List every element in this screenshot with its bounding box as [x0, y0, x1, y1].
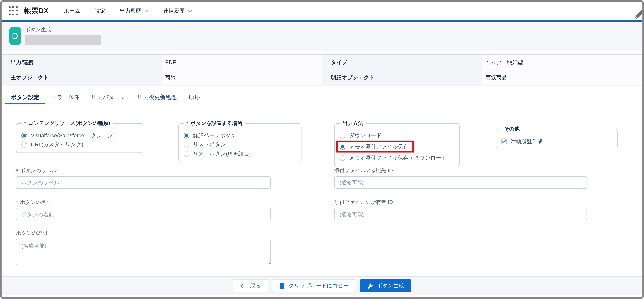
radio-unselected-icon[interactable]: [340, 133, 346, 138]
radio-group-content-resource: Visualforce(Salesforce アクション) URL(カスタムリン…: [22, 129, 138, 148]
radio-label: 詳細ページボタン: [193, 132, 236, 139]
radio-option-list-button-pdf[interactable]: リストボタン(PDF結合): [184, 150, 296, 157]
radio-option-url[interactable]: URL(カスタムリンク): [22, 141, 138, 148]
arrow-left-icon: [240, 283, 246, 289]
summary-table: 出力/連携 PDF タイプ ヘッダー明細型 主オブジェクト 商談 明細オブジェク…: [2, 54, 642, 85]
table-row: 主オブジェクト 商談 明細オブジェクト 商談商品: [2, 70, 642, 85]
radio-unselected-icon[interactable]: [22, 142, 27, 147]
nav-item-label: 連携履歴: [163, 7, 184, 15]
radio-selected-icon[interactable]: [340, 144, 346, 149]
nav-items: ホーム 設定 出力履歴 連携履歴: [64, 7, 192, 15]
radio-group-output-method: ダウンロード メモ＆添付ファイル保存 メモ＆添付ファイル保存＋ダウンロード: [340, 129, 454, 162]
redacted-record-name: [25, 35, 102, 45]
fieldset-output-method: 出力方法 ダウンロード メモ＆添付ファイル保存 メモ＆添付ファイル保存＋ダウンロ…: [334, 120, 460, 166]
tab-button-settings[interactable]: ボタン設定: [5, 91, 45, 104]
radio-option-visualforce[interactable]: Visualforce(Salesforce アクション): [22, 131, 138, 139]
tab-post-output-update[interactable]: 出力後更新処理: [132, 91, 183, 104]
checkbox-group-others: 活動履歴作成: [501, 135, 612, 145]
radio-label: メモ＆添付ファイル保存＋ダウンロード: [349, 154, 446, 161]
button-description-textarea[interactable]: [16, 239, 270, 265]
radio-unselected-icon[interactable]: [184, 151, 190, 156]
checkbox-option-activity-history[interactable]: 活動履歴作成: [501, 137, 612, 145]
tab-label: 順序: [189, 94, 200, 101]
tab-label: ボタン設定: [11, 94, 39, 101]
page-header-text: ボタン生成: [25, 26, 102, 51]
button-description-label: ボタンの説明: [16, 230, 47, 237]
tab-bar: ボタン設定 エラー条件 出力パターン 出力後更新処理 順序: [2, 91, 642, 105]
table-row: 出力/連携 PDF タイプ ヘッダー明細型: [2, 55, 642, 70]
page-header: ボタン生成: [2, 22, 642, 51]
attachment-parent-id-input[interactable]: [334, 176, 587, 189]
wrench-icon: [367, 283, 373, 289]
radio-label: メモ＆添付ファイル保存: [349, 143, 408, 150]
radio-label: URL(カスタムリンク): [31, 141, 83, 148]
tab-label: エラー条件: [52, 94, 80, 101]
fieldset-legend: *ボタンを設置する場所: [184, 120, 245, 127]
summary-value-output: PDF: [162, 55, 322, 70]
nav-item-settings[interactable]: 設定: [94, 7, 105, 15]
tab-label: 出力パターン: [92, 94, 126, 101]
generate-button[interactable]: ボタン生成: [360, 279, 411, 292]
nav-accent-bar: [2, 20, 642, 22]
summary-label-type: タイプ: [322, 55, 482, 70]
nav-item-label: 出力履歴: [120, 7, 141, 15]
chevron-down-icon: [188, 9, 192, 13]
radio-label: リストボタン: [193, 141, 226, 148]
page-title: ボタン生成: [25, 26, 102, 33]
radio-label: ダウンロード: [349, 132, 382, 139]
required-asterisk: *: [16, 199, 18, 205]
fieldset-legend: その他: [502, 126, 522, 133]
radio-option-download[interactable]: ダウンロード: [340, 131, 454, 139]
nav-item-label: 設定: [94, 7, 105, 15]
attachment-owner-id-label: 添付ファイルの所有者 ID: [334, 199, 393, 206]
edit-pencil-icon: [633, 9, 644, 21]
fieldset-button-place: *ボタンを設置する場所 詳細ページボタン リストボタン リストボタン(PDF結合…: [178, 120, 302, 162]
fieldset-others: その他 活動履歴作成: [496, 126, 618, 148]
button-name-label: *ボタンの名前: [16, 199, 51, 206]
radio-option-save-memo-attachment[interactable]: メモ＆添付ファイル保存: [340, 143, 408, 150]
button-label-label: *ボタンのラベル: [16, 167, 57, 174]
nav-item-integration-history[interactable]: 連携履歴: [163, 7, 192, 15]
summary-label-main-object: 主オブジェクト: [2, 70, 162, 85]
checkbox-label: 活動履歴作成: [510, 137, 542, 145]
back-button-label: 戻る: [250, 282, 261, 289]
summary-value-type: ヘッダー明細型: [482, 55, 642, 70]
button-name-input[interactable]: [16, 208, 270, 220]
output-icon: [10, 27, 21, 45]
nav-item-home[interactable]: ホーム: [64, 7, 80, 15]
summary-value-detail-object: 商談商品: [482, 70, 642, 85]
radio-selected-icon[interactable]: [22, 133, 27, 138]
generate-button-label: ボタン生成: [377, 282, 404, 289]
required-asterisk: *: [24, 121, 26, 126]
button-label-input[interactable]: [16, 176, 270, 189]
tab-label: 出力後更新処理: [138, 94, 177, 101]
chevron-down-icon: [144, 9, 149, 13]
tab-panel-button-settings: *コンテンツリソース(ボタンの種類) Visualforce(Salesforc…: [2, 104, 642, 277]
tab-output-pattern[interactable]: 出力パターン: [86, 91, 132, 104]
highlight-annotation-box: メモ＆添付ファイル保存: [336, 141, 414, 153]
app-launcher-icon[interactable]: [9, 6, 18, 16]
radio-unselected-icon[interactable]: [340, 155, 346, 161]
copy-to-clipboard-button[interactable]: クリップボードにコピー: [272, 279, 356, 292]
fieldset-content-resource: *コンテンツリソース(ボタンの種類) Visualforce(Salesforc…: [16, 120, 143, 153]
radio-option-save-and-download[interactable]: メモ＆添付ファイル保存＋ダウンロード: [340, 154, 454, 162]
fieldset-legend: 出力方法: [340, 120, 366, 127]
radio-selected-icon[interactable]: [184, 133, 190, 138]
copy-button-label: クリップボードにコピー: [288, 282, 348, 289]
nav-item-output-history[interactable]: 出力履歴: [120, 7, 149, 15]
tab-error-conditions[interactable]: エラー条件: [45, 91, 86, 104]
clipboard-icon: [279, 282, 285, 289]
nav-item-label: ホーム: [64, 7, 80, 15]
radio-unselected-icon[interactable]: [184, 142, 190, 147]
summary-label-output: 出力/連携: [2, 55, 162, 70]
radio-group-button-place: 詳細ページボタン リストボタン リストボタン(PDF結合): [184, 129, 296, 158]
required-asterisk: *: [186, 121, 188, 126]
tab-order[interactable]: 順序: [183, 91, 206, 104]
radio-label: Visualforce(Salesforce アクション): [31, 132, 114, 139]
radio-option-detail-page-button[interactable]: 詳細ページボタン: [184, 131, 296, 139]
back-button[interactable]: 戻る: [233, 279, 268, 292]
radio-option-list-button[interactable]: リストボタン: [184, 141, 296, 148]
attachment-owner-id-input[interactable]: [334, 208, 587, 220]
fieldset-legend: *コンテンツリソース(ボタンの種類): [22, 120, 112, 127]
checkbox-checked-icon[interactable]: [501, 138, 507, 144]
